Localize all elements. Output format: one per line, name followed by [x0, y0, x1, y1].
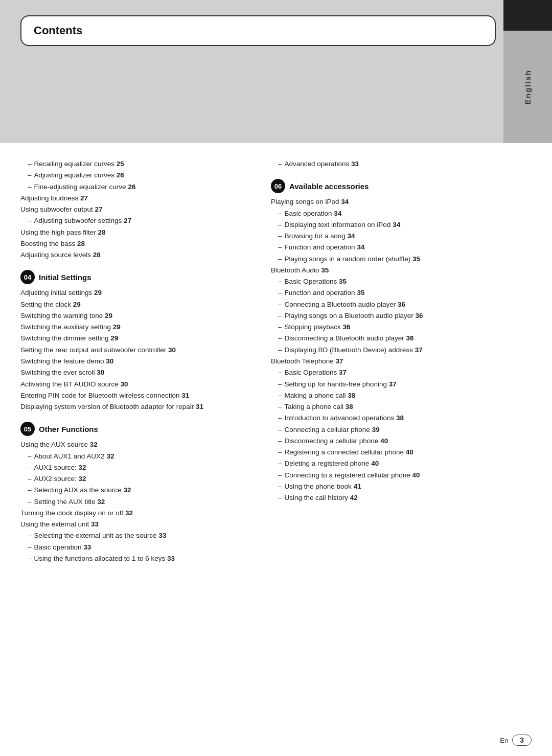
list-item: Basic operation 34	[278, 208, 511, 219]
list-item: Using the AUX source 32	[20, 439, 250, 450]
list-item: Switching the feature demo 30	[20, 356, 250, 367]
list-item: About AUX1 and AUX2 32	[28, 451, 250, 462]
list-item: Switching the dimmer setting 29	[20, 333, 250, 344]
list-item: Setting the AUX title 32	[28, 496, 250, 508]
page-footer: En 3	[500, 735, 532, 746]
list-item: Making a phone call 38	[278, 390, 511, 401]
page-num: 26	[117, 170, 124, 181]
list-item: AUX2 source: 32	[28, 473, 250, 485]
list-item: Adjusting loudness 27	[20, 193, 250, 204]
ext-unit-sub-items: Selecting the external unit as the sourc…	[20, 530, 250, 564]
list-item: Switching the ever scroll 30	[20, 367, 250, 378]
aux-sub-items: About AUX1 and AUX2 32 AUX1 source: 32 A…	[20, 451, 250, 508]
list-item: Using the phone book 41	[278, 481, 511, 492]
list-item: Function and operation 34	[278, 242, 511, 253]
section-06-title: Available accessories	[289, 182, 369, 191]
list-item: Switching the auxiliary setting 29	[20, 322, 250, 333]
list-item: Displaying BD (Bluetooth Device) address…	[278, 345, 511, 356]
list-item: Displaying system version of Bluetooth a…	[20, 401, 250, 413]
list-item: Fine-adjusting equalizer curve 26	[28, 181, 250, 193]
item-text: Adjusting equalizer curves	[34, 170, 117, 181]
footer-page-number: 3	[512, 735, 532, 746]
left-column: Recalling equalizer curves 25 Adjusting …	[20, 158, 266, 564]
language-label: English	[523, 70, 532, 104]
tab-gray-block: English	[503, 31, 552, 143]
list-item: Browsing for a song 34	[278, 231, 511, 242]
list-item: Basic Operations 35	[278, 276, 511, 287]
list-item: Connecting to a registered cellular phon…	[278, 470, 511, 481]
right-column: Advanced operations 33 06 Available acce…	[266, 158, 511, 564]
list-item: Advanced operations 33	[278, 158, 511, 170]
list-item: Disconnecting a cellular phone 40	[278, 436, 511, 447]
section-05-badge: 05	[20, 422, 35, 436]
bt-tel-sub-items: Basic Operations 37 Setting up for hands…	[271, 367, 511, 503]
list-item: Switching the warning tone 29	[20, 310, 250, 322]
list-item: Taking a phone call 38	[278, 401, 511, 413]
list-item: Selecting the external unit as the sourc…	[28, 530, 250, 541]
list-item: Setting up for hands-free phoning 37	[278, 379, 511, 390]
list-item: Adjusting initial settings 29	[20, 287, 250, 299]
list-item: Connecting a Bluetooth audio player 36	[278, 299, 511, 310]
list-item: Using the functions allocated to 1 to 6 …	[28, 553, 250, 564]
list-item: Playing songs on iPod 34	[271, 196, 511, 208]
list-item: Connecting a cellular phone 39	[278, 424, 511, 436]
list-item: Selecting AUX as the source 32	[28, 485, 250, 496]
page-title: Contents	[34, 24, 82, 37]
contents-box: Contents	[20, 15, 496, 46]
item-text: Fine-adjusting equalizer curve	[34, 181, 128, 193]
list-item: Stopping playback 36	[278, 322, 511, 333]
list-item: Playing songs on a Bluetooth audio playe…	[278, 310, 511, 322]
list-item: Displaying text information on iPod 34	[278, 219, 511, 231]
advanced-ops-sub: Advanced operations 33	[271, 158, 511, 170]
section-04-header: 04 Initial Settings	[20, 270, 250, 284]
list-item: Playing songs in a random order (shuffle…	[278, 254, 511, 265]
list-item: Disconnecting a Bluetooth audio player 3…	[278, 333, 511, 344]
english-tab: English	[503, 0, 552, 143]
footer-en-label: En	[500, 737, 508, 744]
list-item: AUX1 source: 32	[28, 462, 250, 473]
section-04-badge: 04	[20, 270, 35, 284]
list-item: Basic Operations 37	[278, 367, 511, 378]
section-04-title: Initial Settings	[39, 273, 91, 282]
page-wrapper: Contents English Recalling equalizer cur…	[0, 0, 552, 756]
list-item: Using the external unit 33	[20, 519, 250, 530]
section-06-badge: 06	[271, 179, 285, 193]
subwoofer-sub: Adjusting subwoofer settings 27	[20, 215, 250, 226]
list-item: Activating the BT AUDIO source 30	[20, 379, 250, 390]
list-item: Bluetooth Audio 35	[271, 265, 511, 276]
list-item: Introduction to advanced operations 38	[278, 413, 511, 424]
list-item: Function and operation 35	[278, 287, 511, 299]
list-item: Basic operation 33	[28, 542, 250, 553]
list-item: Registering a connected cellular phone 4…	[278, 447, 511, 458]
list-item: Recalling equalizer curves 25	[28, 158, 250, 170]
tab-black-block	[503, 0, 552, 31]
top-header: Contents English	[0, 0, 552, 143]
section-06-header: 06 Available accessories	[271, 179, 511, 193]
list-item: Boosting the bass 28	[20, 238, 250, 249]
list-item: Using subwoofer output 27	[20, 204, 250, 215]
section-05-title: Other Functions	[39, 425, 98, 433]
list-item: Turning the clock display on or off 32	[20, 508, 250, 519]
main-content: Recalling equalizer curves 25 Adjusting …	[0, 143, 552, 585]
bt-audio-sub-items: Basic Operations 35 Function and operati…	[271, 276, 511, 356]
list-item: Adjusting equalizer curves 26	[28, 170, 250, 181]
section-05-header: 05 Other Functions	[20, 422, 250, 436]
ipod-sub-items: Basic operation 34 Displaying text infor…	[271, 208, 511, 265]
list-item: Using the high pass filter 28	[20, 227, 250, 238]
list-item: Bluetooth Telephone 37	[271, 356, 511, 367]
list-item: Adjusting subwoofer settings 27	[28, 215, 250, 226]
equalizer-sub-items: Recalling equalizer curves 25 Adjusting …	[20, 158, 250, 193]
list-item: Adjusting source levels 28	[20, 249, 250, 261]
page-num: 26	[128, 181, 135, 193]
page-num: 25	[117, 158, 124, 170]
item-text: Recalling equalizer curves	[34, 158, 117, 170]
page-num: 27	[124, 215, 131, 226]
list-item: Deleting a registered phone 40	[278, 458, 511, 469]
list-item: Setting the clock 29	[20, 299, 250, 310]
list-item: Using the call history 42	[278, 492, 511, 503]
item-text: Adjusting subwoofer settings	[34, 215, 124, 226]
list-item: Setting the rear output and subwoofer co…	[20, 345, 250, 356]
list-item: Entering PIN code for Bluetooth wireless…	[20, 390, 250, 401]
